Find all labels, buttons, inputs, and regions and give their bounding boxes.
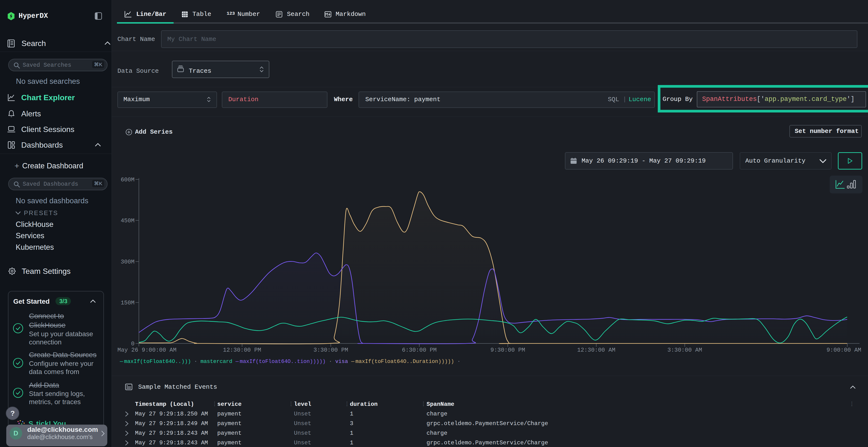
svg-text:6:30:00 PM: 6:30:00 PM <box>402 347 437 353</box>
svg-text:12:30:00 AM: 12:30:00 AM <box>577 347 615 353</box>
svg-text:150M: 150M <box>121 300 134 306</box>
svg-text:12:30:00 PM: 12:30:00 PM <box>223 347 261 353</box>
svg-text:3:30:00 PM: 3:30:00 PM <box>313 347 348 353</box>
svg-text:0: 0 <box>131 341 134 347</box>
svg-text:May 26 9:00:00 AM: May 26 9:00:00 AM <box>117 347 177 353</box>
svg-text:450M: 450M <box>121 217 134 224</box>
svg-text:600M: 600M <box>121 176 134 183</box>
svg-text:300M: 300M <box>121 259 134 265</box>
svg-text:3:30:00 AM: 3:30:00 AM <box>668 347 702 353</box>
svg-text:9:00:00 AM: 9:00:00 AM <box>827 347 861 353</box>
svg-text:9:30:00 PM: 9:30:00 PM <box>490 347 525 353</box>
